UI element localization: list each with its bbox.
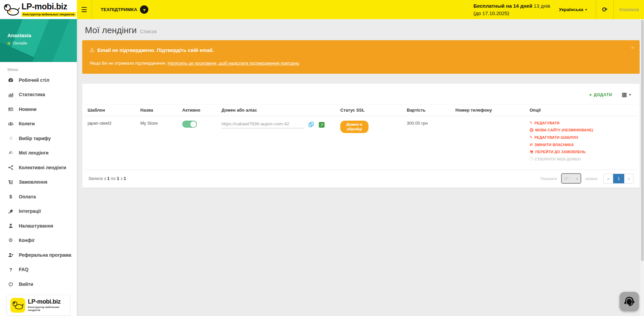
bar-chart-icon xyxy=(7,92,14,97)
col-phone: Номер телефону xyxy=(453,105,527,116)
sidebar-item-news[interactable]: Новини xyxy=(0,102,77,117)
footer-brand-subtitle: Конструктор мобільних лендінгів xyxy=(28,306,66,312)
page-subtitle: Список xyxy=(140,28,157,34)
language-icon xyxy=(530,128,534,132)
online-status-dot xyxy=(7,42,10,45)
email-warning-alert: ⚠ Email не підтверджено. Підтвердіть сві… xyxy=(82,40,640,74)
col-domain: Домен або аліас xyxy=(219,105,338,116)
page-title: Мої лендінги xyxy=(85,25,137,36)
question-icon: ? xyxy=(7,267,14,272)
option-edit[interactable]: ✎ РЕДАГУВАТИ xyxy=(530,121,634,125)
refresh-button[interactable]: ⟳ xyxy=(596,0,613,19)
brand-logo[interactable]: LP-mobi.biz Конструктор мобильных лендин… xyxy=(0,0,77,19)
user-plus-icon xyxy=(7,252,14,258)
user-menu[interactable]: Anastasia xyxy=(614,0,644,19)
option-change-owner[interactable]: ⇄ ЗМІНИТИ ВЛАСНИКА xyxy=(530,142,634,147)
sidebar-item-logout[interactable]: Вийти xyxy=(0,277,77,292)
option-go-to-orders[interactable]: ПЕРЕЙТИ ДО ЗАМОВЛЕНЬ xyxy=(530,150,634,154)
hamburger-icon: ☰ xyxy=(81,6,87,14)
ssl-status-badge: Домен в обробці xyxy=(340,121,368,133)
col-options: Опції xyxy=(527,105,637,116)
per-page-select[interactable]: 20 ∨ xyxy=(561,173,581,184)
brand-subtitle: Конструктор мобильных лендингов xyxy=(21,12,76,17)
top-bar: LP-mobi.biz Конструктор мобильных лендин… xyxy=(0,0,644,19)
sidebar-footer-brand[interactable]: LP-mobi.biz Конструктор мобільних лендін… xyxy=(7,295,70,316)
plug-icon xyxy=(7,208,14,214)
pager-page-1[interactable]: 1 xyxy=(613,174,624,183)
dashboard-icon xyxy=(7,77,14,83)
option-site-language[interactable]: МОВА САЙТУ (НЕЗМІНЮВАНЕ) xyxy=(530,128,634,132)
cell-price: 300.00 грн xyxy=(404,116,453,169)
cart-icon xyxy=(530,150,534,154)
trial-plan-label: Бесплатный на 14 дней xyxy=(474,3,532,9)
sidebar-user-panel: Anastasia Онлайн xyxy=(0,19,77,62)
option-edit-template[interactable]: ✎ РЕДАГУВАТИ ШАБЛОН xyxy=(530,135,634,139)
warning-icon: ⚠ xyxy=(90,47,94,53)
close-icon[interactable]: × xyxy=(631,45,634,51)
pager-next-button[interactable]: » xyxy=(624,174,633,183)
external-link-icon[interactable]: ↗ xyxy=(319,122,325,128)
landings-table: Шаблон Назва Активно Домен або аліас Ста… xyxy=(85,104,637,168)
users-icon xyxy=(7,121,14,126)
caret-down-icon: ▾ xyxy=(629,93,631,97)
top-bar-main: ☰ ТЕХПІДТРИМКА ➤ Бесплатный на 14 дней 1… xyxy=(77,0,644,19)
show-label: Показати xyxy=(540,177,557,181)
sidebar-item-my-landings[interactable]: ✍ Мої лендінги xyxy=(0,146,77,161)
top-bar-right: Бесплатный на 14 дней 13 днів (до 17.10.… xyxy=(474,0,644,19)
support-label: ТЕХПІДТРИМКА xyxy=(101,7,137,12)
active-toggle[interactable] xyxy=(182,121,197,128)
sidebar: Anastasia Онлайн Меню Робочий стіл Стати… xyxy=(0,19,77,316)
pager-prev-button[interactable]: « xyxy=(604,174,613,183)
pager: « 1 » xyxy=(603,174,634,184)
sidebar-item-statistics[interactable]: Статистика xyxy=(0,87,77,102)
sidebar-item-settings[interactable]: Налаштування xyxy=(0,218,77,233)
alert-text: Якщо Ви не отримали підтвердження. xyxy=(90,61,168,66)
sidebar-item-orders[interactable]: Замовлення xyxy=(0,175,77,190)
grid-icon: ▦ xyxy=(622,91,627,98)
col-name: Назва xyxy=(138,105,180,116)
language-label: Українська xyxy=(559,7,583,12)
cell-domain: ↗ xyxy=(219,116,338,169)
page-header: Мої лендінги Список xyxy=(85,25,640,36)
sidebar-item-referral[interactable]: Реферальна програма xyxy=(0,248,77,262)
sidebar-item-collective-landings[interactable]: Колективні лендінги xyxy=(0,160,77,175)
power-icon xyxy=(7,281,14,287)
main-content: Мої лендінги Список ⚠ Email не підтвердж… xyxy=(77,19,644,316)
sidebar-item-tariff[interactable]: ☝ Вибір тарифу xyxy=(0,131,77,146)
page-scrollbar[interactable] xyxy=(640,19,644,316)
edit-icon: ✎ xyxy=(530,121,533,125)
add-landing-button[interactable]: + ДОДАТИ xyxy=(589,92,612,98)
sidebar-item-integrations[interactable]: Інтеграції xyxy=(0,204,77,219)
sidebar-item-faq[interactable]: ? FAQ xyxy=(0,262,77,277)
cell-ssl-status: Домен в обробці xyxy=(338,116,404,169)
sidebar-user-status: Онлайн xyxy=(7,41,77,46)
dog-logo-icon xyxy=(10,298,25,313)
sidebar-item-dashboard[interactable]: Робочий стіл xyxy=(0,73,77,87)
resend-confirmation-link[interactable]: Натисніть це посилання, щоб надіслати пі… xyxy=(168,61,299,66)
dog-logo-icon xyxy=(3,3,20,17)
online-status-label: Онлайн xyxy=(13,41,27,46)
sidebar-item-config[interactable]: ⚙ Конфіг xyxy=(0,233,77,248)
plus-icon: + xyxy=(589,92,592,98)
copy-icon[interactable] xyxy=(308,122,314,128)
edit-icon: ✎ xyxy=(530,135,533,139)
domain-input[interactable] xyxy=(221,121,304,128)
sidebar-item-colleagues[interactable]: Колеги xyxy=(0,117,77,131)
columns-dropdown[interactable]: ▦ ▾ xyxy=(622,91,631,98)
scrollbar-thumb[interactable] xyxy=(641,20,644,261)
telegram-icon: ➤ xyxy=(140,5,148,14)
language-selector[interactable]: Українська ▾ xyxy=(558,0,596,19)
card-toolbar: + ДОДАТИ ▦ ▾ xyxy=(85,84,637,104)
trial-days-left: 13 днів xyxy=(534,3,550,9)
alert-title: Email не підтверджено. Підтвердіть свій … xyxy=(97,47,214,53)
brand-title: LP-mobi.biz xyxy=(21,2,76,11)
sidebar-item-payment[interactable]: $ Оплата xyxy=(0,189,77,204)
toggle-knob xyxy=(190,121,196,127)
cell-name: My Store xyxy=(138,116,180,169)
cart-icon xyxy=(7,179,14,185)
sidebar-toggle-button[interactable]: ☰ xyxy=(77,0,92,19)
landings-card: + ДОДАТИ ▦ ▾ Шаблон xyxy=(82,84,640,188)
support-chat-button[interactable] xyxy=(620,292,639,311)
support-button[interactable]: ТЕХПІДТРИМКА ➤ xyxy=(92,0,157,19)
cell-phone xyxy=(453,116,527,169)
